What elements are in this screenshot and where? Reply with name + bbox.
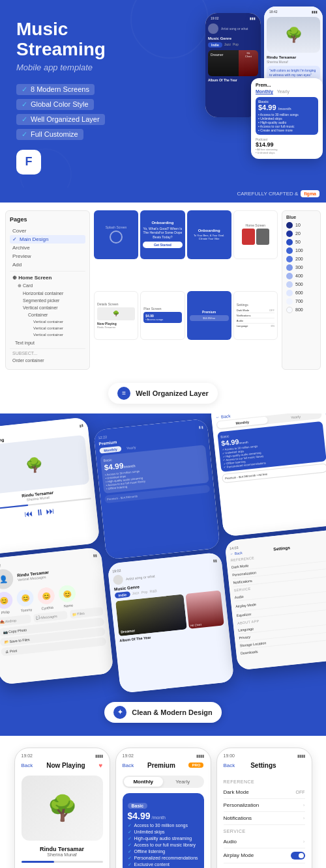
thumb-onboard-2: Onboarding To Your Bers, & Your Goal. Cl…	[187, 210, 231, 259]
hero-subtitle: Mobile app template	[16, 63, 147, 72]
settings-content: REFERENCE Dark Mode OFF Personalization …	[217, 772, 312, 868]
airplay-toggle[interactable]	[291, 852, 305, 860]
basic-feature-1: ✓Access to 30 million songs	[128, 823, 199, 828]
thumb-onboard-1: Onboarding Yo, What's Good? When Is The …	[140, 210, 185, 259]
well-organized-badge: ≡ Well Organized Layer	[108, 383, 218, 404]
colors-panel: Blue 10 20 50 100 200 300 400 500 600 70…	[282, 210, 321, 370]
premium-title: Premium	[147, 762, 175, 769]
feature-item-3: ✓ Well Organized Layer	[16, 114, 147, 125]
layer-container[interactable]: Container	[25, 311, 85, 318]
clean-modern-badge: ✦ Clean & Modern Design	[104, 702, 221, 723]
settings-audio[interactable]: Audio ›	[224, 835, 305, 848]
settings-dark-mode[interactable]: Dark Mode OFF	[224, 786, 305, 799]
basic-feature-7: ✓Exclusive content	[128, 862, 199, 867]
layer-main-design[interactable]: ✓ Main Design	[10, 235, 85, 244]
now-playing-status-bar: 19:02 ▮▮▮▮	[15, 748, 110, 761]
now-playing-phone: 19:02 ▮▮▮▮ Back Now Playing ♥ 🌳 Rindu Te…	[14, 748, 110, 868]
crafted-banner: CAREFULLY CRAFTED & figma	[0, 188, 326, 203]
heart-icon[interactable]: ♥	[99, 762, 103, 769]
reference-label: REFERENCE	[224, 779, 305, 784]
settings-nav: Back Settings	[217, 761, 312, 772]
layer-preview[interactable]: Preview	[10, 252, 85, 260]
feature-item-1: ✓ 8 Modern Screens	[16, 84, 147, 95]
basic-feature-3: ✓High-quality audio streaming	[128, 836, 199, 841]
layer-vertical-2[interactable]: Vertical container	[31, 318, 85, 325]
thumb-premium: Premium $14.99/mo	[187, 291, 231, 340]
layer-card[interactable]: ⊕ Card	[15, 282, 85, 290]
thumb-details: Details Screen 🌳 Now Playing Rindu Tersa…	[94, 291, 138, 340]
showcase-phone-4: 19:02▮▮ Artist song or what Music Genre …	[107, 552, 234, 693]
now-playing-nav: Back Now Playing ♥	[15, 761, 110, 772]
artist-name: Sherina Munaf	[22, 852, 103, 857]
layer-vertical-4[interactable]: Vertical container	[31, 331, 85, 338]
feature-badge-3: ✓ Well Organized Layer	[16, 114, 105, 125]
service-label: SERVICE	[224, 829, 305, 833]
layer-home-screen[interactable]: ⊕ Home Screen	[10, 273, 85, 282]
layer-order-container[interactable]: Order container	[10, 357, 85, 364]
layer-archive[interactable]: Archive	[10, 244, 85, 252]
premium-content: Monthly Yearly Basic $4.99 /month ✓Acces…	[116, 772, 211, 868]
basic-feature-6: ✓Personalized recommendations	[128, 856, 199, 861]
layer-vertical-container-1[interactable]: Vertical container	[20, 304, 85, 311]
feature-item-4: ✓ Full Customize	[16, 129, 147, 140]
monthly-tab[interactable]: Monthly	[124, 777, 164, 787]
check-icon-4: ✓	[22, 130, 27, 139]
back-button-settings[interactable]: Back	[224, 763, 235, 768]
settings-notifications[interactable]: Notifications ›	[224, 812, 305, 825]
basic-feature-2: ✓Unlimited skips	[128, 830, 199, 835]
basic-period: /month	[152, 815, 166, 820]
showcase-phone-6: 14:03▮▮ ← Back Settings REFERENCE Dark M…	[224, 529, 326, 670]
feature-item-2: ✓ Global Color Style	[16, 99, 147, 110]
layer-segmented-picker[interactable]: Segmented picker	[20, 297, 85, 304]
features-list: ✓ 8 Modern Screens ✓ Global Color Style …	[16, 84, 147, 140]
thumb-splash: Splash Screen	[94, 210, 138, 259]
settings-personalization[interactable]: Personalization ›	[224, 799, 305, 812]
showcase-phone-5: 14:03▮▮ ← Back Monthly Yearly Basic $4.9…	[210, 413, 326, 537]
showcase-section: 13:01▮▮ Now Playing 🌳 Rindu Tersamar She…	[0, 413, 326, 736]
song-title: Rindu Tersamar	[22, 846, 103, 852]
progress-fill	[22, 861, 54, 863]
pro-badge: PRO	[188, 763, 203, 768]
feature-badge-1: ✓ 8 Modern Screens	[16, 84, 95, 95]
back-button-now-playing[interactable]: Back	[22, 763, 33, 768]
layer-cover[interactable]: Cover	[10, 227, 85, 235]
check-icon-1: ✓	[22, 85, 27, 94]
screen-previews: Splash Screen Onboarding Yo, What's Good…	[94, 210, 278, 370]
thumb-home: Home Screen	[233, 210, 278, 259]
now-playing-title: Now Playing	[46, 762, 85, 769]
billing-tabs: Monthly Yearly	[123, 776, 204, 788]
hero-pricing-card: Prem... Monthly Yearly Basic $4.99 /mont…	[251, 78, 323, 159]
progress-bar[interactable]	[22, 861, 103, 863]
check-icon-2: ✓	[22, 100, 27, 109]
settings-equalizer[interactable]: Equalizer ›	[224, 863, 305, 868]
layer-vertical-3[interactable]: Vertical container	[31, 325, 85, 331]
layer-text-input[interactable]: Text input	[12, 339, 85, 346]
thumb-settings: Settings Dark Mode OFF Notifications Aud…	[233, 291, 278, 340]
album-art: 🌳	[22, 776, 103, 841]
well-organized-label: Well Organized Layer	[136, 389, 209, 397]
pages-title: Pages	[10, 216, 85, 223]
feature-badge-4: ✓ Full Customize	[16, 129, 83, 140]
basic-plan-card: Basic $4.99 /month ✓Access to 30 million…	[123, 793, 204, 868]
feature-badge-2: ✓ Global Color Style	[16, 99, 94, 110]
back-button-premium[interactable]: Back	[123, 763, 134, 768]
layer-horizontal-container[interactable]: Horizontal container	[20, 290, 85, 297]
clean-modern-label: Clean & Modern Design	[132, 708, 212, 716]
basic-feature-5: ✓Offline listening	[128, 849, 199, 854]
premium-status-bar: 19:02 ▮▮▮▮	[116, 748, 211, 761]
design-icon: ✦	[113, 706, 126, 719]
layers-panel: Pages Cover ✓ Main Design Archive Previe…	[5, 210, 90, 370]
basic-feature-4: ✓Access to our full music library	[128, 843, 199, 848]
premium-phone: 19:02 ▮▮▮▮ Back Premium PRO Monthly Year…	[115, 748, 211, 868]
bottom-phones-section: 19:02 ▮▮▮▮ Back Now Playing ♥ 🌳 Rindu Te…	[0, 736, 326, 868]
settings-airplay[interactable]: Airplay Mode	[224, 848, 305, 863]
now-playing-content: 🌳 Rindu Tersamar Sherina Munaf ⏮ ⏸ ⏭ 🌳 R…	[15, 772, 110, 868]
premium-nav: Back Premium PRO	[116, 761, 211, 772]
showcase-phone-3: 12:22▮▮ Premium Monthly Yearly Basic $4.…	[93, 418, 220, 559]
check-icon-3: ✓	[22, 115, 27, 124]
showcase-phone-1: 13:01▮▮ Now Playing 🌳 Rindu Tersamar She…	[0, 417, 100, 555]
settings-title: Settings	[250, 762, 276, 769]
yearly-tab[interactable]: Yearly	[163, 777, 203, 787]
showcase-phone-2: 12:22▮▮ 👤 Rindu Tersamar Vertical Messag…	[0, 547, 113, 685]
layer-add[interactable]: Add	[10, 260, 85, 269]
